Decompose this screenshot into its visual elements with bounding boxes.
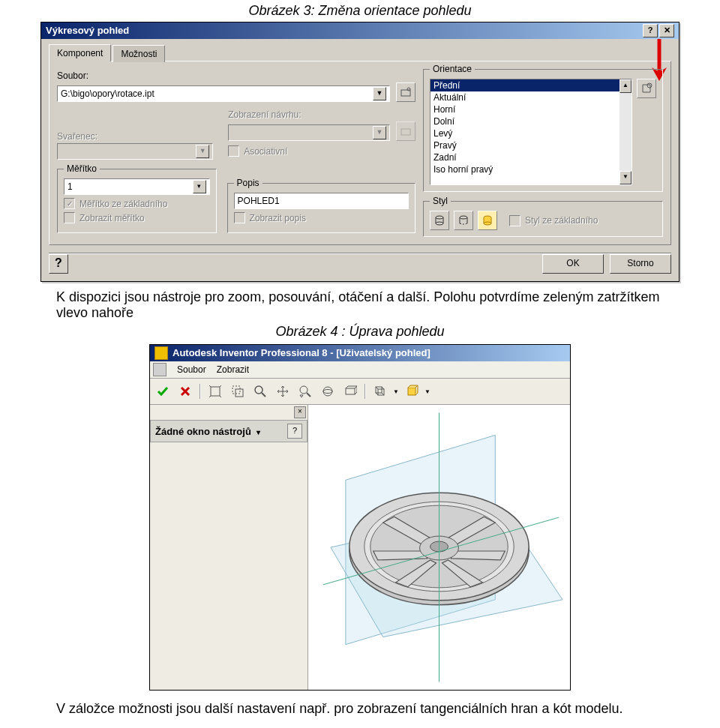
popis-input[interactable]: POHLED1 [234, 193, 409, 209]
look-at-icon [344, 385, 357, 398]
drawing-view-dialog: Výkresový pohled ? ✕ Komponent Možnosti … [40, 22, 680, 282]
menu-soubor[interactable]: Soubor [177, 364, 206, 375]
scroll-up-button[interactable]: ▲ [620, 79, 632, 93]
svg-rect-2 [401, 129, 410, 135]
browse-icon [400, 86, 412, 98]
meritko-legend: Měřítko [64, 163, 100, 174]
style-wireframe-button[interactable] [454, 211, 473, 230]
scroll-down-button[interactable]: ▼ [620, 171, 632, 184]
browse-file-button[interactable] [396, 82, 416, 102]
orbit-button[interactable] [318, 382, 338, 401]
orientace-listbox[interactable]: Přední Aktuální Horní Dolní Levý Pravý Z… [430, 79, 632, 185]
zobrazeni-browse-button [396, 121, 416, 141]
inventor-titlebar: Autodesk Inventor Professional 8 - [Uživ… [150, 345, 570, 361]
inventor-title: Autodesk Inventor Professional 8 - [Uživ… [172, 345, 430, 361]
orientace-scrollbar[interactable]: ▲ ▼ [620, 79, 632, 184]
shaded-icon [405, 385, 418, 398]
zoom-selected-button[interactable] [296, 382, 315, 401]
orientace-item-horni[interactable]: Horní [430, 103, 632, 115]
orientace-item-aktualni[interactable]: Aktuální [430, 91, 632, 103]
svg-rect-17 [346, 388, 355, 394]
wireframe-display-button[interactable] [370, 382, 390, 401]
soubor-value: G:\bigo\opory\rotace.ipt [61, 86, 154, 101]
dialog-help-button[interactable]: ? [49, 254, 68, 274]
cylinder-dashed-icon [458, 214, 470, 226]
orientace-item-levy[interactable]: Levý [430, 127, 632, 139]
orientace-item-dolni[interactable]: Dolní [430, 115, 632, 127]
panel-title-bar[interactable]: Žádné okno nástrojů ▾ ? [150, 420, 308, 442]
svg-rect-10 [211, 387, 220, 396]
styl-group: Styl Styl ze základního [423, 201, 663, 237]
menu-zobrazit[interactable]: Zobrazit [217, 364, 249, 375]
svg-point-14 [300, 386, 308, 394]
panel-close-button[interactable]: × [294, 406, 306, 418]
orbit-icon [321, 385, 334, 398]
popis-group: Popis POHLED1 Zobrazit popis [227, 183, 416, 233]
svg-point-15 [323, 387, 332, 396]
soubor-input[interactable]: G:\bigo\opory\rotace.ipt ▼ [57, 85, 390, 102]
zoom-icon [254, 385, 267, 398]
footer-text: V záložce možnosti jsou další nastavení … [0, 691, 720, 717]
svg-point-3 [647, 83, 652, 88]
confirm-button[interactable] [153, 382, 172, 401]
svg-point-16 [323, 390, 332, 394]
cylinder-shaded-icon [482, 214, 494, 226]
cancel-tool-button[interactable] [176, 382, 195, 401]
inventor-app-icon [154, 346, 168, 360]
style-wireframe-hidden-button[interactable] [430, 211, 449, 230]
help-titlebar-button[interactable]: ? [643, 24, 658, 37]
close-titlebar-button[interactable]: ✕ [659, 24, 674, 37]
zoom-window-button[interactable] [228, 382, 248, 401]
dialog-title: Výkresový pohled [46, 22, 129, 39]
styl-zakladni-checkbox: Styl ze základního [509, 215, 598, 226]
tab-komponent[interactable]: Komponent [49, 44, 111, 61]
orientace-item-predni[interactable]: Přední [430, 79, 632, 91]
orientation-icon [640, 82, 652, 94]
pan-button[interactable] [273, 382, 292, 401]
inventor-panel-bar: × Žádné okno nástrojů ▾ ? [150, 405, 308, 690]
dialog-titlebar: Výkresový pohled ? ✕ [41, 22, 679, 39]
inventor-canvas[interactable] [308, 405, 570, 690]
zoom-window-icon [231, 385, 244, 398]
inventor-toolbar: ▼ ▼ [150, 379, 570, 405]
orientace-group: Orientace Přední Aktuální Horní Dolní Le… [423, 69, 663, 192]
ok-button[interactable]: OK [542, 254, 604, 274]
look-at-button[interactable] [340, 382, 360, 401]
svg-point-5 [436, 222, 443, 225]
svarenec-input: ▼ [57, 143, 213, 160]
meritko-input[interactable]: 1 ▾ [64, 178, 210, 195]
x-icon [178, 385, 192, 398]
soubor-label: Soubor: [57, 70, 416, 81]
zoom-button[interactable] [250, 382, 270, 401]
caption-figure-4: Obrázek 4 : Úprava pohledu [0, 321, 720, 343]
meritko-dropdown-button[interactable]: ▾ [193, 180, 206, 193]
svg-point-13 [255, 386, 262, 394]
zobrazeni-label: Zobrazení návrhu: [228, 109, 416, 120]
meritko-group: Měřítko 1 ▾ ✓Měřítko ze základního Zobra… [57, 169, 217, 233]
orientace-item-iso[interactable]: Iso horní pravý [430, 163, 632, 175]
zobrazit-popis-checkbox: Zobrazit popis [234, 212, 409, 223]
soubor-dropdown-button[interactable]: ▼ [373, 87, 386, 100]
style-shaded-button[interactable] [478, 211, 497, 230]
zoom-all-button[interactable] [206, 382, 225, 401]
pan-icon [276, 385, 290, 398]
shaded-display-button[interactable] [402, 382, 422, 401]
tab-moznosti[interactable]: Možnosti [112, 45, 165, 62]
wheel-model-icon [308, 405, 570, 690]
meritko-zakladni-checkbox: ✓Měřítko ze základního [64, 198, 210, 209]
svg-rect-12 [236, 389, 243, 397]
orientace-item-zadni[interactable]: Zadní [430, 151, 632, 163]
panel-help-button[interactable]: ? [287, 424, 302, 439]
inventor-menubar: Soubor Zobrazit [150, 361, 570, 379]
dropdown-caret-2[interactable]: ▼ [424, 388, 430, 395]
svg-point-6 [460, 216, 467, 219]
styl-legend: Styl [430, 196, 451, 206]
dialog-tabs: Komponent Možnosti [41, 39, 679, 61]
change-orientation-button[interactable] [637, 79, 656, 98]
orientace-item-pravy[interactable]: Pravý [430, 139, 632, 151]
svg-rect-11 [232, 386, 240, 394]
wireframe-icon [374, 385, 387, 398]
cancel-button[interactable]: Storno [610, 254, 671, 274]
inventor-system-icon[interactable] [153, 363, 166, 376]
dropdown-caret-1[interactable]: ▼ [393, 388, 399, 395]
